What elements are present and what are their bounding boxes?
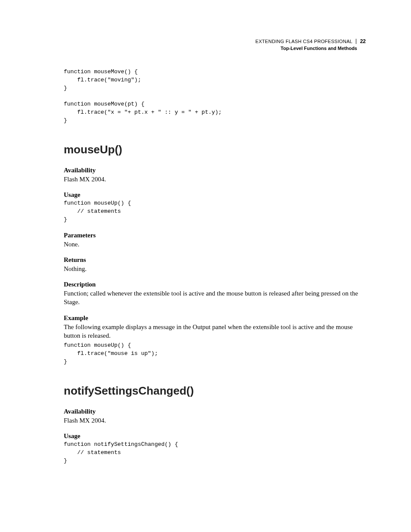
intro-code-block: function mouseMove() { fl.trace("moving"… [64, 68, 366, 125]
availability-text: Flash MX 2004. [64, 175, 366, 184]
section-heading-mouseup: mouseUp() [64, 143, 366, 156]
returns-label: Returns [64, 256, 366, 264]
parameters-label: Parameters [64, 232, 366, 239]
usage-label-2: Usage [64, 432, 366, 440]
availability-text-2: Flash MX 2004. [64, 416, 366, 425]
usage-label: Usage [64, 191, 366, 199]
usage-code-block-2: function notifySettingsChanged() { // st… [64, 441, 366, 465]
section-heading-notifysettingschanged: notifySettingsChanged() [64, 384, 366, 398]
availability-label-2: Availability [64, 408, 366, 415]
page-content: function mouseMove() { fl.trace("moving"… [64, 68, 366, 465]
availability-label: Availability [64, 167, 366, 174]
running-header: EXTENDING FLASH CS4 PROFESSIONAL 22 Top-… [255, 37, 366, 51]
page-number: 22 [360, 38, 366, 44]
parameters-text: None. [64, 240, 366, 249]
example-text: The following example displays a message… [64, 323, 366, 340]
header-subtitle: Top-Level Functions and Methods [255, 46, 366, 51]
example-label: Example [64, 314, 366, 322]
returns-text: Nothing. [64, 264, 366, 273]
example-code-block: function mouseUp() { fl.trace("mouse is … [64, 342, 366, 366]
usage-code-block: function mouseUp() { // statements } [64, 199, 366, 224]
header-title: EXTENDING FLASH CS4 PROFESSIONAL [255, 39, 356, 44]
description-label: Description [64, 281, 366, 288]
description-text: Function; called whenever the extensible… [64, 289, 366, 307]
